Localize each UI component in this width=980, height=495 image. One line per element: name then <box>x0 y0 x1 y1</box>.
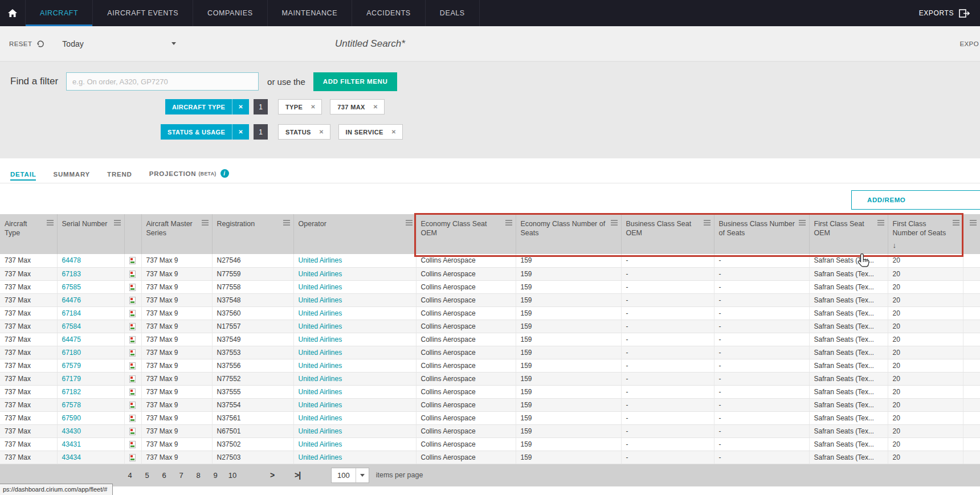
operator-link[interactable]: United Airlines <box>299 362 342 370</box>
serial-number-link[interactable]: 67182 <box>62 388 81 396</box>
table-menu-icon[interactable] <box>970 220 977 226</box>
serial-number-link[interactable]: 64478 <box>62 256 81 264</box>
remove-filter-group-icon[interactable]: ✕ <box>232 99 249 114</box>
serial-number-link[interactable]: 64475 <box>62 336 81 343</box>
column-menu-icon[interactable] <box>877 220 884 226</box>
tearsheet-icon[interactable] <box>129 441 136 448</box>
tearsheet-icon[interactable] <box>129 388 136 396</box>
column-menu-icon[interactable] <box>953 220 959 226</box>
tearsheet-icon[interactable] <box>129 257 136 264</box>
column-header-registration[interactable]: Registration <box>212 214 293 254</box>
operator-link[interactable]: United Airlines <box>299 427 342 435</box>
column-header-aircraft-master-series[interactable]: Aircraft Master Series <box>141 214 212 254</box>
page-button-6[interactable]: 6 <box>156 468 173 482</box>
operator-link[interactable]: United Airlines <box>299 270 342 278</box>
operator-link[interactable]: United Airlines <box>299 283 342 291</box>
page-button-8[interactable]: 8 <box>190 468 207 482</box>
column-header-economy-class-seat-oem[interactable]: Economy Class Seat OEM <box>416 214 516 254</box>
tearsheet-icon[interactable] <box>129 454 136 461</box>
tearsheet-icon[interactable] <box>129 297 136 304</box>
tearsheet-icon[interactable] <box>129 402 136 409</box>
operator-link[interactable]: United Airlines <box>299 375 342 383</box>
column-header-business-class-number-of-seats[interactable]: Business Class Number of Seats <box>714 214 809 254</box>
tearsheet-icon[interactable] <box>129 284 136 291</box>
operator-link[interactable]: United Airlines <box>299 296 342 304</box>
serial-number-link[interactable]: 67579 <box>62 362 81 370</box>
find-filter-input[interactable] <box>66 72 259 91</box>
tab-summary[interactable]: SUMMARY <box>53 171 90 183</box>
serial-number-link[interactable]: 67179 <box>62 375 81 383</box>
tearsheet-icon[interactable] <box>129 415 136 422</box>
tearsheet-icon[interactable] <box>129 428 136 435</box>
add-remove-columns-button[interactable]: ADD/REMO <box>851 190 980 210</box>
tearsheet-icon[interactable] <box>129 323 136 330</box>
column-header-business-class-seat-oem[interactable]: Business Class Seat OEM <box>621 214 714 254</box>
remove-filter-field-icon[interactable]: ✕ <box>318 129 330 135</box>
operator-link[interactable]: United Airlines <box>299 256 342 264</box>
serial-number-link[interactable]: 67184 <box>62 309 81 317</box>
filter-field-chip-type[interactable]: TYPE✕ <box>278 99 322 114</box>
operator-link[interactable]: United Airlines <box>299 414 342 422</box>
operator-link[interactable]: United Airlines <box>299 349 342 357</box>
operator-link[interactable]: United Airlines <box>299 322 342 330</box>
column-menu-icon[interactable] <box>406 220 413 226</box>
serial-number-link[interactable]: 67180 <box>62 349 81 357</box>
page-button-7[interactable]: 7 <box>173 468 190 482</box>
serial-number-link[interactable]: 43431 <box>62 440 81 448</box>
tearsheet-icon[interactable] <box>129 310 136 317</box>
filter-group-chip-status-usage[interactable]: STATUS & USAGE✕ <box>161 124 249 140</box>
remove-filter-value-icon[interactable]: ✕ <box>372 104 384 110</box>
serial-number-link[interactable]: 67183 <box>62 270 81 278</box>
remove-filter-field-icon[interactable]: ✕ <box>309 104 321 110</box>
column-menu-icon[interactable] <box>799 220 806 226</box>
remove-filter-value-icon[interactable]: ✕ <box>390 129 402 135</box>
remove-filter-group-icon[interactable]: ✕ <box>232 124 249 140</box>
tab-detail[interactable]: DETAIL <box>10 171 36 183</box>
column-header-aircraft-type[interactable]: Aircraft Type <box>0 214 57 254</box>
page-button-4[interactable]: 4 <box>121 468 138 482</box>
column-menu-icon[interactable] <box>202 220 209 226</box>
column-header-first-class-number-of-seats[interactable]: First Class Number of Seats↓ <box>888 214 963 254</box>
serial-number-link[interactable]: 67578 <box>62 401 81 409</box>
page-button-10[interactable]: 10 <box>224 468 241 482</box>
column-menu-icon[interactable] <box>283 220 290 226</box>
operator-link[interactable]: United Airlines <box>299 453 342 461</box>
next-page-button[interactable]: > <box>263 471 282 480</box>
tearsheet-icon[interactable] <box>129 271 136 278</box>
serial-number-link[interactable]: 43434 <box>62 453 81 461</box>
filter-field-chip-status[interactable]: STATUS✕ <box>278 124 330 140</box>
nav-tab-deals[interactable]: DEALS <box>425 0 480 26</box>
add-filter-menu-button[interactable]: ADD FILTER MENU <box>313 72 398 91</box>
column-menu-icon[interactable] <box>47 220 54 226</box>
tab-projection[interactable]: PROJECTION(BETA)i <box>149 169 229 183</box>
column-header-economy-class-number-of-seats[interactable]: Economy Class Number of Seats <box>516 214 621 254</box>
serial-number-link[interactable]: 64476 <box>62 296 81 304</box>
home-button[interactable] <box>0 0 25 26</box>
tearsheet-icon[interactable] <box>129 362 136 370</box>
nav-tab-accidents[interactable]: ACCIDENTS <box>352 0 425 26</box>
column-header-first-class-seat-oem[interactable]: First Class Seat OEM <box>809 214 888 254</box>
column-header-serial-number[interactable]: Serial Number <box>57 214 124 254</box>
column-header-operator[interactable]: Operator <box>293 214 416 254</box>
operator-link[interactable]: United Airlines <box>299 309 342 317</box>
tearsheet-icon[interactable] <box>129 375 136 383</box>
operator-link[interactable]: United Airlines <box>299 401 342 409</box>
column-menu-icon[interactable] <box>611 220 618 226</box>
reset-button[interactable]: RESET <box>9 39 45 48</box>
serial-number-link[interactable]: 43430 <box>62 427 81 435</box>
serial-number-link[interactable]: 67585 <box>62 283 81 291</box>
export-link-truncated[interactable]: EXPO <box>959 40 979 47</box>
operator-link[interactable]: United Airlines <box>299 336 342 343</box>
nav-tab-aircraft[interactable]: AIRCRAFT <box>25 0 92 26</box>
serial-number-link[interactable]: 67590 <box>62 414 81 422</box>
nav-tab-aircraft-events[interactable]: AIRCRAFT EVENTS <box>92 0 193 26</box>
tearsheet-icon[interactable] <box>129 349 136 357</box>
tearsheet-icon[interactable] <box>129 336 136 343</box>
operator-link[interactable]: United Airlines <box>299 440 342 448</box>
filter-value-chip-737-max[interactable]: 737 MAX✕ <box>330 99 384 114</box>
column-menu-icon[interactable] <box>505 220 512 226</box>
column-header-icon[interactable] <box>124 214 141 254</box>
date-range-select[interactable]: Today <box>59 39 179 48</box>
nav-tab-companies[interactable]: COMPANIES <box>193 0 267 26</box>
page-size-select[interactable]: 100 <box>331 468 369 483</box>
